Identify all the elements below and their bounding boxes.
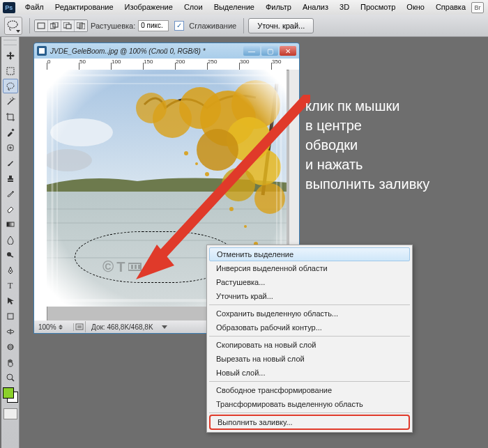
- svg-point-23: [8, 346, 13, 348]
- tool-zoom[interactable]: [3, 370, 18, 385]
- svg-rect-14: [8, 180, 13, 182]
- tool-history-brush[interactable]: [3, 186, 18, 201]
- svg-rect-9: [7, 68, 14, 75]
- tool-wand[interactable]: [3, 94, 18, 109]
- menu-3d[interactable]: 3D: [334, 0, 355, 15]
- palette-grip[interactable]: [3, 40, 17, 45]
- menu-edit[interactable]: Редактирование: [49, 0, 119, 15]
- ctx-feather[interactable]: Растушевка...: [209, 275, 410, 289]
- window-minimize-button[interactable]: —: [243, 46, 260, 56]
- menu-view[interactable]: Просмотр: [355, 0, 401, 15]
- ctx-make-work-path[interactable]: Образовать рабочий контур...: [209, 320, 410, 334]
- app-menubar: Ps Файл Редактирование Изображение Слои …: [0, 0, 488, 15]
- ctx-inverse[interactable]: Инверсия выделенной области: [209, 261, 410, 275]
- bool-intersect-icon[interactable]: [75, 20, 87, 31]
- menu-layer[interactable]: Слои: [178, 0, 208, 15]
- bridge-button[interactable]: Br: [471, 2, 484, 13]
- active-tool-indicator[interactable]: [4, 17, 22, 35]
- ctx-separator: [209, 412, 410, 413]
- ruler-origin[interactable]: [34, 59, 47, 70]
- tool-eraser[interactable]: [3, 201, 18, 216]
- feather-input[interactable]: 0 пикс.: [138, 20, 169, 31]
- ruler-tick: 200: [176, 59, 185, 65]
- ctx-free-transform[interactable]: Свободное трансформирование: [209, 383, 410, 397]
- ctx-save-selection[interactable]: Сохранить выделенную область...: [209, 307, 410, 320]
- tool-stamp[interactable]: [3, 171, 18, 185]
- foreground-color-swatch[interactable]: [3, 387, 14, 399]
- ctx-separator: [209, 381, 410, 382]
- annotation-line: выполнить заливку: [305, 174, 480, 194]
- ctx-new-layer[interactable]: Новый слой...: [209, 366, 410, 380]
- bool-new-icon[interactable]: [35, 20, 48, 31]
- document-title: JVDE_GeleBoom..jpg @ 100% (Слой 0, RGB/8…: [50, 47, 242, 55]
- menu-select[interactable]: Выделение: [208, 0, 260, 15]
- selection-boolean-mode[interactable]: [34, 20, 88, 32]
- zoom-level[interactable]: 100%: [34, 323, 74, 331]
- color-swatches[interactable]: [3, 387, 18, 403]
- menu-image[interactable]: Изображение: [119, 0, 178, 15]
- ctx-refine-edge[interactable]: Уточнить край...: [209, 289, 410, 303]
- tool-healing[interactable]: [3, 140, 18, 155]
- ruler-tick: 50: [79, 59, 86, 65]
- tool-path-select[interactable]: [3, 293, 18, 308]
- watermark: ©© TT: [102, 258, 145, 276]
- ctx-separator: [209, 336, 410, 337]
- tool-dodge[interactable]: [3, 247, 18, 262]
- menu-filter[interactable]: Фильтр: [260, 0, 297, 15]
- svg-point-22: [8, 344, 13, 350]
- menu-help[interactable]: Справка: [430, 0, 471, 15]
- tool-type[interactable]: T: [3, 278, 18, 293]
- annotation-line: обводки: [305, 135, 480, 155]
- tool-shape[interactable]: [3, 309, 18, 323]
- status-preview-icon[interactable]: [74, 321, 86, 332]
- ruler-tick: 350: [272, 59, 281, 65]
- window-maximize-button[interactable]: ▢: [261, 46, 278, 56]
- svg-rect-20: [8, 314, 13, 319]
- bool-add-icon[interactable]: [48, 20, 61, 31]
- menu-window[interactable]: Окно: [401, 0, 430, 15]
- svg-point-0: [8, 21, 17, 28]
- ruler-tick: 250: [208, 59, 217, 65]
- ctx-layer-via-copy[interactable]: Скопировать на новый слой: [209, 338, 410, 352]
- ctx-transform-selection[interactable]: Трансформировать выделенную область: [209, 397, 410, 411]
- quick-mask-toggle[interactable]: [3, 408, 17, 419]
- annotation-line: и нажать: [305, 155, 480, 174]
- tool-3d-orbit[interactable]: [3, 339, 18, 354]
- window-close-button[interactable]: ✕: [280, 46, 296, 56]
- tool-move[interactable]: [3, 48, 18, 63]
- tool-pen[interactable]: [3, 263, 18, 277]
- refine-edge-button[interactable]: Уточн. край...: [248, 18, 314, 33]
- tool-eyedropper[interactable]: [3, 125, 18, 139]
- tool-3d-rotate[interactable]: [3, 324, 18, 339]
- tool-hand[interactable]: [3, 355, 18, 369]
- tool-gradient[interactable]: [3, 217, 18, 231]
- tool-blur[interactable]: [3, 232, 18, 247]
- svg-point-10: [7, 83, 14, 88]
- status-menu-arrow-icon[interactable]: [162, 325, 167, 329]
- annotation-line: в центре: [305, 116, 480, 135]
- bool-subtract-icon[interactable]: [61, 20, 75, 31]
- menu-analysis[interactable]: Анализ: [297, 0, 334, 15]
- ruler-tick: 0: [47, 59, 50, 65]
- ctx-fill[interactable]: Выполнить заливку...: [209, 415, 410, 430]
- menu-file[interactable]: Файл: [20, 0, 49, 15]
- tool-lasso[interactable]: [3, 79, 18, 93]
- svg-text:T: T: [8, 281, 13, 291]
- svg-rect-53: [77, 325, 82, 328]
- antialias-checkbox[interactable]: ✓: [174, 21, 184, 31]
- ctx-separator: [209, 304, 410, 305]
- window-titlebar[interactable]: JVDE_GeleBoom..jpg @ 100% (Слой 0, RGB/8…: [34, 43, 299, 59]
- tool-brush[interactable]: [3, 155, 18, 170]
- ctx-layer-via-cut[interactable]: Вырезать на новый слой: [209, 352, 410, 366]
- tool-crop[interactable]: [3, 109, 18, 124]
- ruler-vertical[interactable]: [34, 70, 47, 320]
- ctx-deselect[interactable]: Отменить выделение: [209, 247, 410, 261]
- status-docsize: Док: 468,8K/468,8K: [86, 323, 159, 331]
- svg-rect-8: [79, 24, 82, 28]
- annotation-text: клик пк мышки в центре обводки и нажать …: [305, 96, 480, 194]
- workspace: T JVDE_GeleBoom..jpg @ 100% (Слой 0, RGB…: [0, 37, 488, 448]
- tool-marquee[interactable]: [3, 63, 18, 78]
- svg-rect-17: [10, 255, 13, 258]
- tool-palette: T: [1, 37, 20, 448]
- ruler-horizontal[interactable]: 0 50 100 150 200 250 300 350: [47, 59, 299, 70]
